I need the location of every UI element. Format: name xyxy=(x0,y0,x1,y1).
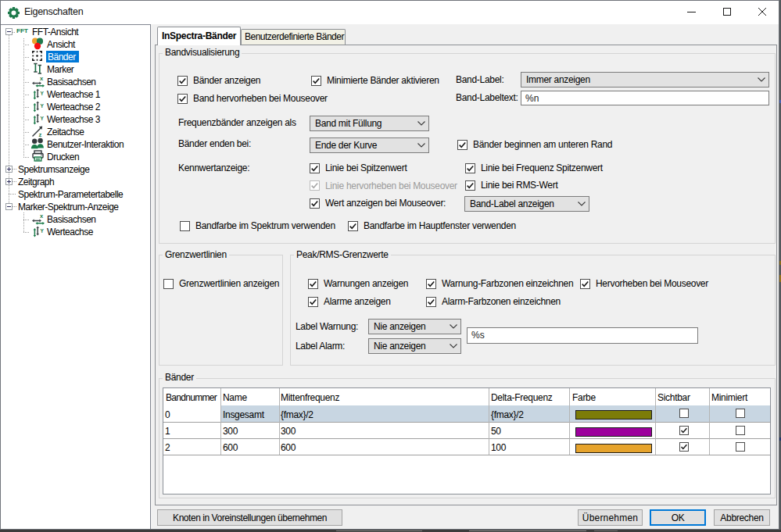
svg-text:Y: Y xyxy=(41,116,45,121)
svg-text:z: z xyxy=(39,131,42,137)
svg-text:x: x xyxy=(40,212,44,220)
svg-text:x: x xyxy=(40,75,44,82)
svg-text:Y: Y xyxy=(41,103,45,109)
svg-text:Y: Y xyxy=(41,91,45,96)
svg-text:Y: Y xyxy=(41,228,45,234)
